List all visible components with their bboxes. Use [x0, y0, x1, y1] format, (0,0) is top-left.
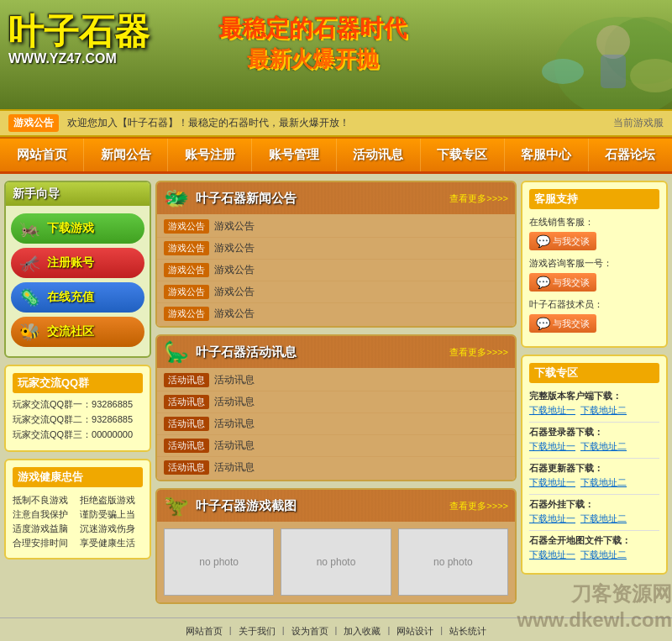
activity-tag-5: 活动讯息 — [164, 460, 209, 475]
support-label-1: 在线销售客服： — [529, 216, 659, 229]
health-item-2: 注意自我保护 — [13, 508, 76, 521]
news-link-4[interactable]: 游戏公告 — [214, 285, 255, 299]
news-link-3[interactable]: 游戏公告 — [214, 263, 255, 277]
dl-links-1: 下载地址一 下载地址二 — [529, 404, 659, 417]
health-title: 游戏健康忠告 — [13, 467, 143, 487]
register-account-button[interactable]: 🦟 注册账号 — [11, 248, 144, 278]
dl-label-5: 石器全开地图文件下载： — [529, 534, 659, 547]
activity-item-5: 活动讯息 活动讯息 — [157, 457, 515, 478]
community-button[interactable]: 🐝 交流社区 — [11, 317, 144, 347]
activity-link-1[interactable]: 活动讯息 — [214, 373, 255, 387]
dl-link-1b[interactable]: 下载地址二 — [580, 404, 627, 417]
nav-item-6[interactable]: 客服中心 — [505, 139, 589, 171]
photo-row: no photo no photo no photo — [157, 522, 515, 602]
news-item-4: 游戏公告 游戏公告 — [157, 281, 515, 303]
dl-link-2a[interactable]: 下载地址一 — [529, 440, 575, 453]
middle-column: 🐲 叶子石器新闻公告 查看更多>>>> 游戏公告 游戏公告 游戏公告 游戏公告 … — [155, 181, 517, 611]
slogan1: 最稳定的石器时代 — [218, 13, 407, 45]
photo-2: no photo — [281, 528, 391, 596]
health-item-4: 合理安排时间 — [13, 537, 76, 549]
news-more[interactable]: 查看更多>>>> — [449, 192, 508, 205]
activity-link-3[interactable]: 活动讯息 — [214, 417, 255, 431]
qq-item-2: 玩家交流QQ群二：93286885 — [13, 413, 143, 426]
news-header: 🐲 叶子石器新闻公告 查看更多>>>> — [157, 182, 515, 214]
svg-rect-3 — [601, 55, 626, 88]
footer-link-4[interactable]: 加入收藏 — [344, 625, 381, 638]
nav-item-5[interactable]: 下载专区 — [421, 139, 505, 171]
right-column: 客服支持 在线销售客服： 💬 与我交谈 游戏咨询客服一号： 💬 与我交谈 叶子石… — [521, 181, 668, 611]
dl-link-5a[interactable]: 下载地址一 — [529, 549, 575, 561]
download-icon: 🦗 — [19, 218, 40, 239]
activity-section: 🦕 叶子石器活动讯息 查看更多>>>> 活动讯息 活动讯息 活动讯息 活动讯息 … — [155, 334, 517, 481]
dl-label-2: 石器登录器下载： — [529, 426, 659, 439]
nav-item-3[interactable]: 账号管理 — [252, 139, 336, 171]
news-list: 游戏公告 游戏公告 游戏公告 游戏公告 游戏公告 游戏公告 游戏公告 游戏公告 … — [157, 214, 515, 326]
header-svg — [454, 0, 672, 109]
footer-link-2[interactable]: 关于我们 — [239, 625, 276, 638]
news-item-2: 游戏公告 游戏公告 — [157, 238, 515, 260]
dl-section-2: 石器登录器下载： 下载地址一 下载地址二 — [529, 426, 659, 453]
news-link-1[interactable]: 游戏公告 — [214, 219, 255, 234]
support-btn-3[interactable]: 💬 与我交谈 — [529, 314, 596, 333]
footer-nav: 网站首页 | 关于我们 | 设为首页 | 加入收藏 | 网站设计 | 站长统计 — [7, 625, 665, 638]
qq-box: 玩家交流QQ群 玩家交流QQ群一：93286885 玩家交流QQ群二：93286… — [4, 365, 151, 452]
footer: 网站首页 | 关于我们 | 设为首页 | 加入收藏 | 网站设计 | 站长统计 … — [0, 617, 672, 641]
nav-item-7[interactable]: 石器论坛 — [589, 139, 672, 171]
dl-label-1: 完整版本客户端下载： — [529, 390, 659, 402]
news-tag-4: 游戏公告 — [164, 285, 209, 299]
footer-link-3[interactable]: 设为首页 — [291, 625, 328, 638]
svg-point-4 — [542, 59, 584, 84]
activity-item-1: 活动讯息 活动讯息 — [157, 370, 515, 391]
download-game-button[interactable]: 🦗 下载游戏 — [11, 213, 144, 244]
footer-link-6[interactable]: 站长统计 — [449, 625, 486, 638]
dl-link-4a[interactable]: 下载地址一 — [529, 512, 575, 525]
svg-point-2 — [596, 25, 630, 59]
activity-icon: 🦕 — [164, 340, 189, 364]
qq-item-1: 玩家交流QQ群一：93286885 — [13, 398, 143, 411]
news-link-2[interactable]: 游戏公告 — [214, 241, 255, 255]
support-section-2: 游戏咨询客服一号： 💬 与我交谈 — [529, 257, 659, 292]
dl-link-2b[interactable]: 下载地址二 — [580, 440, 627, 453]
footer-link-1[interactable]: 网站首页 — [186, 625, 223, 638]
activity-link-5[interactable]: 活动讯息 — [214, 460, 255, 475]
dl-section-1: 完整版本客户端下载： 下载地址一 下载地址二 — [529, 390, 659, 417]
news-item-5: 游戏公告 游戏公告 — [157, 303, 515, 324]
dl-link-3a[interactable]: 下载地址一 — [529, 476, 575, 489]
dl-links-5: 下载地址一 下载地址二 — [529, 549, 659, 561]
nav-item-1[interactable]: 新闻公告 — [84, 139, 168, 171]
support-btn-2[interactable]: 💬 与我交谈 — [529, 273, 596, 292]
dl-link-3b[interactable]: 下载地址二 — [580, 476, 627, 489]
activity-more[interactable]: 查看更多>>>> — [449, 346, 508, 359]
dl-label-4: 石器外挂下载： — [529, 498, 659, 511]
news-title: 叶子石器新闻公告 — [196, 191, 297, 207]
activity-item-2: 活动讯息 活动讯息 — [157, 391, 515, 413]
screenshot-more[interactable]: 查看更多>>>> — [449, 500, 508, 512]
support-title: 客服支持 — [529, 189, 659, 209]
health-col-left: 抵制不良游戏 注意自我保护 适度游戏益脑 合理安排时间 — [13, 492, 76, 551]
support-btn-1[interactable]: 💬 与我交谈 — [529, 232, 596, 250]
nav-item-0[interactable]: 网站首页 — [0, 139, 84, 171]
screenshot-icon: 🦖 — [164, 494, 189, 518]
guide-box: 新手向导 🦗 下载游戏 🦟 注册账号 🦠 在线充值 🐝 交流社区 — [4, 181, 151, 358]
recharge-button[interactable]: 🦠 在线充值 — [11, 282, 144, 313]
dl-section-3: 石器更新器下载： 下载地址一 下载地址二 — [529, 462, 659, 489]
health-col-right: 拒绝盗版游戏 谨防受骗上当 沉迷游戏伤身 享受健康生活 — [80, 492, 144, 551]
news-icon: 🐲 — [164, 187, 189, 210]
footer-link-5[interactable]: 网站设计 — [396, 625, 433, 638]
dl-link-1a[interactable]: 下载地址一 — [529, 404, 575, 417]
news-section: 🐲 叶子石器新闻公告 查看更多>>>> 游戏公告 游戏公告 游戏公告 游戏公告 … — [155, 181, 517, 328]
support-section-3: 叶子石器技术员： 💬 与我交谈 — [529, 298, 659, 333]
nav-item-4[interactable]: 活动讯息 — [337, 139, 421, 171]
dl-links-3: 下载地址一 下载地址二 — [529, 476, 659, 489]
activity-link-2[interactable]: 活动讯息 — [214, 395, 255, 409]
dl-link-5b[interactable]: 下载地址二 — [580, 549, 627, 561]
news-link-5[interactable]: 游戏公告 — [214, 307, 255, 321]
nav-item-2[interactable]: 账号注册 — [168, 139, 252, 171]
announce-bar: 游戏公告 欢迎您加入【叶子石器】！最稳定的石器时代，最新火爆开放！ 当前游戏服 — [0, 109, 672, 137]
activity-header: 🦕 叶子石器活动讯息 查看更多>>>> — [157, 336, 515, 368]
dl-link-4b[interactable]: 下载地址二 — [580, 512, 627, 525]
health-item-5: 拒绝盗版游戏 — [80, 494, 144, 507]
chat-icon-2: 💬 — [536, 276, 550, 289]
activity-link-4[interactable]: 活动讯息 — [214, 439, 255, 453]
photo-3: no photo — [398, 528, 508, 596]
